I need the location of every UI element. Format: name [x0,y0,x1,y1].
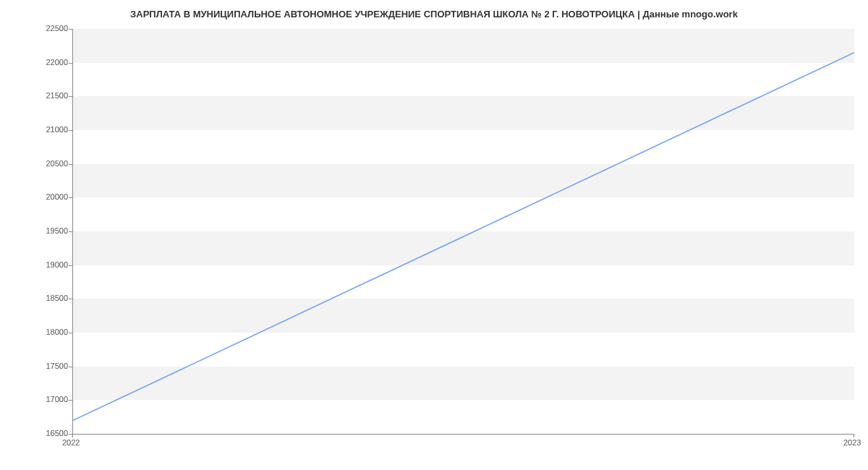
y-tick-label: 18000 [25,328,68,336]
x-tick [854,434,854,437]
x-tick-label: 2023 [843,438,861,447]
y-tick-label: 21000 [25,125,68,134]
y-tick [69,265,72,266]
salary-line-chart: ЗАРПЛАТА В МУНИЦИПАЛЬНОЕ АВТОНОМНОЕ УЧРЕ… [0,0,868,470]
x-tick [72,434,73,437]
y-tick-label: 17000 [25,395,68,403]
y-tick-label: 18500 [25,294,68,302]
y-tick [69,400,72,401]
x-tick-label: 2022 [62,438,80,447]
y-tick-label: 19000 [25,260,68,269]
y-tick-label: 22000 [25,58,68,67]
y-tick [69,164,72,165]
y-tick [69,29,72,30]
y-tick [69,197,72,198]
y-tick-label: 16500 [25,429,68,437]
y-tick [69,333,72,333]
y-tick-label: 20500 [25,159,68,168]
y-tick-label: 20000 [25,192,68,201]
plot-area [72,29,854,435]
y-tick-label: 19500 [25,226,68,235]
y-tick-label: 22500 [25,24,68,33]
chart-title: ЗАРПЛАТА В МУНИЦИПАЛЬНОЕ АВТОНОМНОЕ УЧРЕ… [0,9,868,20]
y-tick [69,96,72,97]
data-line [73,53,854,421]
y-tick [69,63,72,64]
line-svg [73,29,854,434]
y-tick [69,231,72,232]
y-tick-label: 21500 [25,91,68,100]
y-tick [69,367,72,367]
y-tick [69,130,72,131]
y-tick-label: 17500 [25,362,68,370]
y-tick [69,299,72,299]
